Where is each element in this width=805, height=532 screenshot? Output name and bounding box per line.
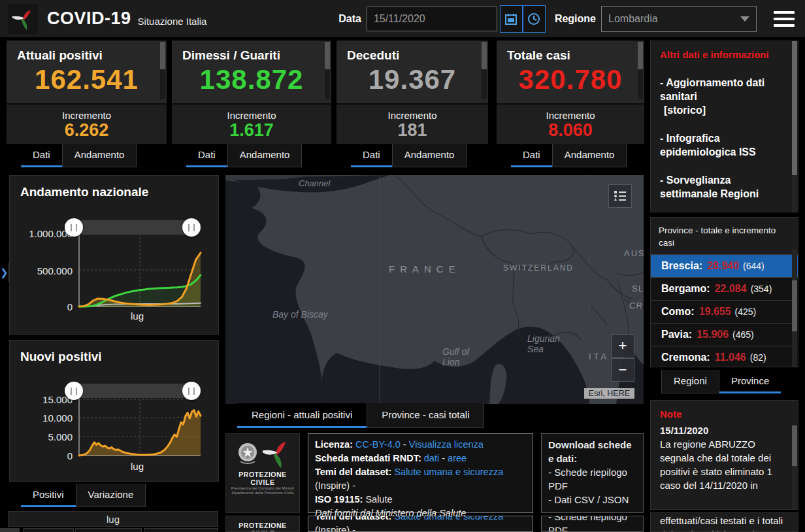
card-title: Totale casi bbox=[497, 41, 644, 63]
logo-subtitle: Presidenza del Consiglio dei Ministri bbox=[226, 486, 299, 491]
time-range-slider[interactable] bbox=[74, 384, 195, 398]
card-value: 162.541 bbox=[7, 64, 167, 95]
slider-handle-left[interactable] bbox=[65, 218, 83, 237]
region-select[interactable]: Lombardia bbox=[601, 6, 757, 32]
y-tick: 5.000 bbox=[10, 431, 73, 442]
chevron-down-icon bbox=[740, 16, 749, 22]
dati-csv-json-link[interactable]: - Dati CSV / JSON bbox=[548, 493, 636, 507]
card-value: 320.780 bbox=[497, 64, 644, 95]
basemap bbox=[225, 175, 644, 404]
card-title: Attuali positivi bbox=[7, 41, 167, 63]
section-title: Note bbox=[651, 401, 798, 424]
overflow-fragment bbox=[23, 528, 74, 532]
layer-list-icon bbox=[614, 190, 627, 202]
tab-andamento[interactable]: Andamento bbox=[392, 144, 467, 167]
andamento-nazionale-panel: Andamento nazionale 1.000.000 500.000 0 … bbox=[9, 175, 219, 335]
x-axis-label: lug bbox=[107, 514, 120, 525]
panel-expand-chevron-icon[interactable]: ❯ bbox=[0, 263, 9, 282]
iso-line: ISO 19115: Salute bbox=[315, 493, 526, 507]
visualizza-licenza-link[interactable]: Visualizza licenza bbox=[409, 439, 484, 450]
logo-subtitle: Dipartimento della Protezione Civile bbox=[226, 491, 299, 495]
slider-handle-right[interactable] bbox=[182, 218, 201, 237]
zoom-in-button[interactable]: + bbox=[611, 334, 634, 357]
y-tick: 0 bbox=[10, 301, 73, 312]
card-title: Dimessi / Guariti bbox=[172, 41, 331, 63]
tab-dati[interactable]: Dati bbox=[21, 144, 62, 167]
footer-logo-panel: PROTEZIONE CIVILE Presidenza del Consigl… bbox=[225, 433, 300, 513]
tab-positivi[interactable]: Positivi bbox=[21, 484, 76, 507]
infografica-iss-link[interactable]: - Infografica epidemiologica ISS bbox=[651, 117, 798, 159]
card-scrollbar[interactable] bbox=[638, 42, 643, 99]
slider-handle-left[interactable] bbox=[65, 382, 83, 400]
protezione-civile-logo-icon bbox=[8, 4, 38, 34]
italy-emblem-icon bbox=[237, 439, 259, 468]
card-scrollbar[interactable] bbox=[482, 42, 487, 99]
layer-list-button[interactable] bbox=[608, 184, 632, 208]
tab-andamento[interactable]: Andamento bbox=[62, 144, 137, 167]
y-tick: 0 bbox=[10, 450, 73, 461]
storico-link[interactable]: [storico] bbox=[651, 103, 798, 117]
time-button[interactable] bbox=[523, 5, 546, 33]
license-panel: Licenza: CC-BY-4.0 - Visualizza licenza … bbox=[308, 433, 533, 513]
increment-label: Incremento bbox=[62, 110, 111, 121]
schede-riepilogo-pdf-link[interactable]: - Schede riepilogo PDF bbox=[548, 465, 636, 493]
cc-by-link[interactable]: CC-BY-4.0 bbox=[355, 439, 401, 450]
tab-province[interactable]: Province bbox=[719, 370, 781, 393]
menu-button[interactable] bbox=[774, 11, 795, 27]
province-row-cremona[interactable]: Cremona: 11.046 (82) bbox=[651, 346, 798, 367]
time-range-slider[interactable] bbox=[74, 220, 195, 235]
tab-andamento[interactable]: Andamento bbox=[227, 144, 303, 167]
overflow-fragment bbox=[144, 528, 218, 532]
overflow-fragment bbox=[0, 528, 20, 532]
sorveglianza-regioni-link[interactable]: - Sorveglianza settimanale Regioni bbox=[651, 159, 798, 201]
tab-dati[interactable]: Dati bbox=[351, 144, 392, 167]
card-value: 138.872 bbox=[172, 64, 331, 95]
map-tabs: Regioni - attuali positivi Province - ca… bbox=[237, 403, 484, 428]
protezione-civile-tricolor-icon bbox=[263, 439, 289, 468]
province-row-brescia[interactable]: Brescia: 28.940 (644) bbox=[651, 254, 798, 277]
date-input[interactable] bbox=[367, 7, 497, 31]
y-tick: 1.000.000 bbox=[10, 228, 73, 239]
metadata-line: Scheda metadati RNDT: dati - aree bbox=[315, 452, 526, 465]
province-row-pavia[interactable]: Pavia: 15.906 (465) bbox=[651, 323, 798, 346]
note-text: La regione ABRUZZO segnala che dal total… bbox=[651, 437, 798, 492]
x-axis-label: lug bbox=[75, 310, 199, 322]
increment-value: 6.262 bbox=[65, 121, 109, 139]
slider-handle-right[interactable] bbox=[182, 382, 201, 400]
calendar-button[interactable] bbox=[500, 5, 523, 33]
increment-label: Incremento bbox=[387, 110, 436, 121]
scrollbar[interactable] bbox=[792, 425, 797, 510]
tab-andamento[interactable]: Andamento bbox=[552, 144, 627, 167]
increment-label: Incremento bbox=[227, 110, 276, 121]
aggiornamento-dati-link[interactable]: - Aggiornamento dati sanitari bbox=[651, 60, 798, 103]
tab-province-casi-totali[interactable]: Province - casi totali bbox=[367, 403, 484, 428]
map-view[interactable]: Channel FRANCE SWITZERLAND AUS SL CR ITA… bbox=[225, 175, 644, 404]
tab-dati[interactable]: Dati bbox=[511, 144, 552, 167]
salute-umana-link[interactable]: Salute umana e sicurezza bbox=[394, 467, 503, 477]
y-tick: 500.000 bbox=[10, 265, 73, 276]
scrollbar[interactable] bbox=[792, 41, 797, 212]
zoom-out-button[interactable]: − bbox=[611, 358, 634, 382]
aree-link[interactable]: aree bbox=[448, 453, 467, 463]
x-axis-label: lug bbox=[75, 461, 199, 472]
province-row-como[interactable]: Como: 19.655 (425) bbox=[651, 300, 798, 323]
province-row-bergamo[interactable]: Bergamo: 22.084 (354) bbox=[651, 277, 798, 300]
dati-link[interactable]: dati bbox=[424, 453, 439, 463]
footer-logo-panel-overflow: PROTEZIONE CIVILE bbox=[225, 516, 300, 532]
license-panel-overflow: Temi del dataset: Salute umana e sicurez… bbox=[308, 516, 533, 532]
increment-value: 8.060 bbox=[548, 121, 593, 139]
tab-variazione[interactable]: Variazione bbox=[76, 484, 146, 507]
tab-regioni[interactable]: Regioni bbox=[661, 370, 719, 393]
region-label: Regione bbox=[555, 13, 596, 25]
scrollbar[interactable] bbox=[792, 249, 797, 367]
card-scrollbar[interactable] bbox=[325, 42, 330, 99]
card-value: 19.367 bbox=[337, 64, 488, 95]
tab-dati[interactable]: Dati bbox=[186, 144, 227, 167]
card-scrollbar[interactable] bbox=[160, 42, 165, 99]
note-panel: Note 15/11/2020 La regione ABRUZZO segna… bbox=[650, 400, 798, 510]
overflow-fragment bbox=[75, 528, 142, 532]
tab-regioni-attuali-positivi[interactable]: Regioni - attuali positivi bbox=[237, 403, 367, 428]
province-list-panel: Province - totale e incremento casi Bres… bbox=[650, 217, 798, 367]
logo-title: PROTEZIONE CIVILE bbox=[226, 471, 299, 486]
increment-label: Incremento bbox=[546, 110, 595, 121]
